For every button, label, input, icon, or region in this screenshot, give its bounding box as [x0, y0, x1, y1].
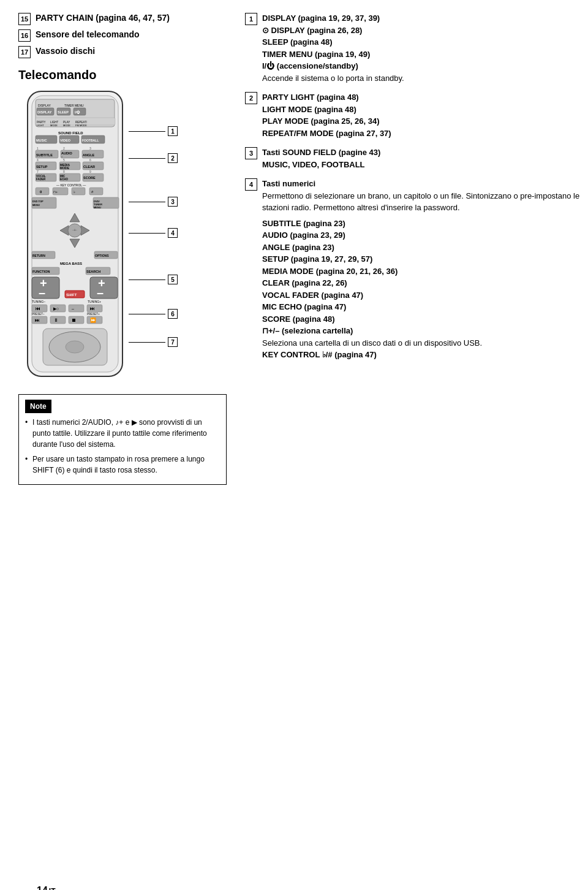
- item4-line13: Seleziona una cartella di un disco dati …: [262, 337, 588, 349]
- svg-text:SOUND FIELD: SOUND FIELD: [58, 131, 83, 135]
- svg-text:2: 2: [63, 146, 65, 150]
- svg-text:6: 6: [89, 158, 91, 162]
- item4-line8: CLEAR (pagina 22, 26): [262, 277, 588, 289]
- remote-label: Telecomando: [18, 68, 227, 82]
- svg-text:RETURN: RETURN: [32, 254, 45, 257]
- svg-text:MODE: MODE: [63, 124, 70, 127]
- svg-text:I/⏻: I/⏻: [75, 110, 80, 114]
- svg-text:FOOTBALL: FOOTBALL: [82, 139, 99, 142]
- right-content-4: Tasti numerici Permettono di selezionare…: [262, 178, 588, 361]
- callout-7: 7: [129, 337, 178, 347]
- svg-text:AUDIO: AUDIO: [61, 151, 72, 155]
- svg-text:1: 1: [37, 146, 39, 150]
- right-item-3: 3 Tasti SOUND FIELD (pagine 43) MUSIC, V…: [245, 146, 588, 170]
- item2-line1: PARTY LIGHT (pagina 48): [262, 91, 588, 104]
- svg-text:SEARCH: SEARCH: [86, 270, 100, 273]
- item3-line2: MUSIC, VIDEO, FOOTBALL: [262, 159, 588, 171]
- item-15-num: 15: [18, 13, 31, 25]
- callout-2: 2: [129, 153, 178, 163]
- svg-text:MODE: MODE: [50, 124, 58, 127]
- item4-line6: SETUP (pagina 19, 27, 29, 57): [262, 253, 588, 265]
- svg-rect-103: [69, 305, 84, 312]
- svg-text:MUSIC: MUSIC: [36, 139, 47, 142]
- svg-text:OPTIONS: OPTIONS: [95, 254, 109, 257]
- item-16-text: Sensore del telecomando: [36, 29, 140, 41]
- svg-text:–: –: [97, 286, 104, 299]
- display-line6: Accende il sistema o lo porta in standby…: [262, 72, 588, 85]
- callout-labels: 1 2 3 4 5: [129, 126, 178, 347]
- svg-text:PRESET+: PRESET+: [87, 313, 100, 316]
- svg-text:LIGHT: LIGHT: [37, 124, 44, 127]
- left-column: 15 PARTY CHAIN (pagina 46, 47, 57) 16 Se…: [18, 12, 227, 485]
- svg-text:⏩: ⏩: [90, 317, 96, 323]
- note-title: Note: [25, 400, 51, 413]
- item4-line12: ⊓+/– (seleziona cartella): [262, 325, 588, 337]
- page-number: 14: [37, 885, 48, 890]
- right-num-1: 1: [245, 13, 257, 25]
- item-15-text: PARTY CHAIN (pagina 46, 47, 57): [36, 12, 170, 25]
- note-section: Note I tasti numerici 2/AUDIO, ♪+ e ▶ so…: [18, 394, 227, 485]
- svg-text:SHIFT: SHIFT: [66, 293, 77, 297]
- item2-line4: REPEAT/FM MODE (pagina 27, 37): [262, 127, 588, 140]
- svg-text:MENU: MENU: [32, 203, 40, 207]
- svg-text:⊓+: ⊓+: [53, 190, 58, 194]
- svg-text:▶○: ▶○: [53, 306, 59, 311]
- right-item-1: 1 DISPLAY (pagina 19, 29, 37, 39) ⊙ DISP…: [245, 12, 588, 84]
- svg-text:MODE: MODE: [60, 166, 70, 170]
- svg-text:SUBTITLE: SUBTITLE: [36, 153, 53, 157]
- svg-text:⏭: ⏭: [35, 318, 40, 323]
- item4-line5: ANGLE (pagina 23): [262, 242, 588, 254]
- svg-text:·+·: ·+·: [72, 228, 77, 232]
- display-line2: ⊙ DISPLAY (pagina 26, 28): [262, 25, 588, 37]
- display-line5: I/⏻ (accensione/standby): [262, 60, 588, 72]
- display-line4: TIMER MENU (pagina 19, 49): [262, 48, 588, 61]
- remote-svg: DISPLAY TIMER MENU DISPLAY SLEEP I/⏻ PAR…: [18, 88, 132, 382]
- right-item-2: 2 PARTY LIGHT (pagina 48) LIGHT MODE (pa…: [245, 91, 588, 139]
- item4-line10: MIC ECHO (pagina 47): [262, 301, 588, 313]
- svg-text:PRESET–: PRESET–: [32, 313, 45, 316]
- right-num-3: 3: [245, 147, 257, 159]
- svg-text:3: 3: [89, 146, 91, 150]
- item-17-row: 17 Vassoio dischi: [18, 45, 227, 58]
- svg-text:CLEAR: CLEAR: [83, 165, 95, 169]
- note-item-2: Per usare un tasto stampato in rosa prem…: [25, 454, 220, 476]
- svg-text:MENU: MENU: [94, 206, 101, 209]
- svg-text:⏸: ⏸: [53, 318, 58, 323]
- svg-text:— KEY CONTROL —: — KEY CONTROL —: [56, 183, 86, 187]
- item4-line2: Permettono di selezionare un brano, un c…: [262, 190, 588, 214]
- right-num-2: 2: [245, 92, 257, 104]
- page-number-block: 14 IT: [37, 885, 55, 890]
- item2-line3: PLAY MODE (pagina 25, 26, 34): [262, 115, 588, 127]
- item-16-num: 16: [18, 29, 31, 42]
- svg-rect-59: [36, 188, 49, 195]
- callout-4: 4: [129, 228, 178, 238]
- item-17-text: Vassoio dischi: [36, 45, 95, 58]
- item2-line2: LIGHT MODE (pagina 48): [262, 104, 588, 116]
- svg-text:9: 9: [89, 170, 91, 173]
- right-column: 1 DISPLAY (pagina 19, 29, 37, 39) ⊙ DISP…: [239, 12, 588, 485]
- svg-text:♭: ♭: [74, 190, 75, 194]
- svg-text:TUNING–: TUNING–: [32, 300, 45, 303]
- svg-text:FM MODE: FM MODE: [75, 124, 87, 127]
- callout-1: 1: [129, 126, 178, 136]
- right-item-4: 4 Tasti numerici Permettono di seleziona…: [245, 178, 588, 361]
- svg-text:FUNCTION: FUNCTION: [32, 270, 50, 273]
- item3-line1: Tasti SOUND FIELD (pagine 43): [262, 146, 588, 159]
- display-line1: DISPLAY (pagina 19, 29, 37, 39): [262, 12, 588, 25]
- svg-text:ECHO: ECHO: [60, 178, 69, 181]
- svg-text:FADER: FADER: [36, 178, 46, 181]
- svg-text:TIMER MENU: TIMER MENU: [64, 104, 84, 107]
- right-content-1: DISPLAY (pagina 19, 29, 37, 39) ⊙ DISPLA…: [262, 12, 588, 84]
- svg-point-119: [66, 341, 84, 353]
- item4-line7: MEDIA MODE (pagina 20, 21, 26, 36): [262, 265, 588, 278]
- svg-rect-67: [32, 197, 56, 208]
- item-15-row: 15 PARTY CHAIN (pagina 46, 47, 57): [18, 12, 227, 25]
- svg-text:7: 7: [37, 170, 39, 173]
- item4-line14: KEY CONTROL ♭/# (pagina 47): [262, 349, 588, 361]
- note-item-1: I tasti numerici 2/AUDIO, ♪+ e ▶ sono pr…: [25, 417, 220, 450]
- callout-5: 5: [129, 275, 178, 284]
- svg-text:DISPLAY: DISPLAY: [37, 110, 52, 114]
- right-content-2: PARTY LIGHT (pagina 48) LIGHT MODE (pagi…: [262, 91, 588, 139]
- svg-text:TUNING+: TUNING+: [88, 300, 101, 303]
- item4-line9: VOCAL FADER (pagina 47): [262, 289, 588, 302]
